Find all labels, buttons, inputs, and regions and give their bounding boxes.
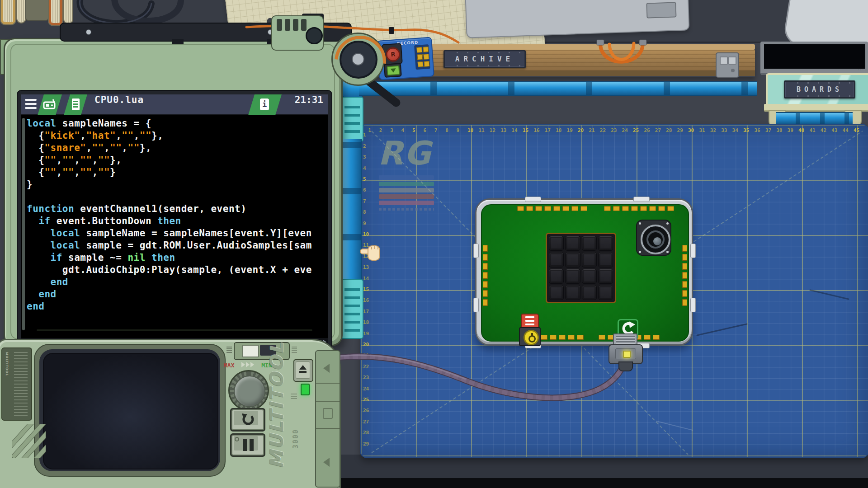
knob-face xyxy=(234,375,265,407)
ruler-number: 29 xyxy=(677,127,683,133)
toggle-handle[interactable] xyxy=(242,345,259,357)
code-line: end xyxy=(27,289,328,301)
document-icon xyxy=(70,98,83,112)
module-button xyxy=(728,56,736,65)
speaker-screw xyxy=(639,222,641,225)
ruler-number: 14 xyxy=(363,276,369,282)
retro-gadgets-workbench: ARCHIVE RECORD R ··· BOARDS xyxy=(0,0,868,488)
pad-button[interactable] xyxy=(598,285,613,300)
pad-button[interactable] xyxy=(565,252,580,267)
ruler-number: 10 xyxy=(363,231,369,237)
ruler-number: 13 xyxy=(500,127,506,133)
ruler-number: 27 xyxy=(363,419,369,425)
pad-button[interactable] xyxy=(549,285,564,300)
rail-arrow-button[interactable] xyxy=(323,458,330,467)
eject-icon xyxy=(299,365,307,370)
ruler-number: 8 xyxy=(445,127,448,133)
play-button[interactable] xyxy=(387,66,400,76)
pad-button[interactable] xyxy=(582,252,597,267)
notepad xyxy=(48,0,63,26)
gadget-console-icon xyxy=(43,99,58,112)
pad-button[interactable] xyxy=(598,269,613,284)
arm-joint[interactable] xyxy=(331,33,385,86)
pad-button[interactable] xyxy=(582,236,597,251)
bracket-slot xyxy=(285,19,290,31)
ruler-number: 16 xyxy=(363,297,369,303)
logo-stripe xyxy=(379,188,434,192)
multitool-screen-bezel xyxy=(39,349,220,471)
board-pcb xyxy=(481,204,689,342)
volume-off-icon xyxy=(292,347,297,353)
triangle-down-icon xyxy=(391,68,396,73)
code-line: gdt.AudioChip0:Play(sample, (event.X + e… xyxy=(27,264,328,277)
hamburger-icon xyxy=(25,99,37,101)
multitool-model: 3000 xyxy=(292,408,300,449)
menu-button[interactable] xyxy=(25,99,37,111)
pad-button[interactable] xyxy=(549,236,564,251)
connector-face xyxy=(615,348,636,359)
rail-arrow-button[interactable] xyxy=(323,364,330,373)
reset-arrow-icon xyxy=(240,413,255,427)
pad-button[interactable] xyxy=(582,269,597,284)
reset-button[interactable] xyxy=(230,408,265,432)
chevron-icon xyxy=(241,362,245,367)
gadget-circuit-board[interactable] xyxy=(475,198,693,346)
ruler-number: 10 xyxy=(467,127,473,133)
logo-stripe xyxy=(379,201,434,205)
grip-ridges xyxy=(12,424,46,458)
pin-header xyxy=(416,47,429,67)
ruler-number: 28 xyxy=(363,430,369,436)
ruler-number: 26 xyxy=(363,408,369,413)
eject-button[interactable] xyxy=(293,359,313,382)
ruler-number: 36 xyxy=(754,127,760,133)
gold-pads-left xyxy=(483,245,488,306)
record-button[interactable]: R xyxy=(385,47,401,62)
connector-led xyxy=(623,351,631,358)
pad-button[interactable] xyxy=(565,269,580,284)
ruler-number: 3 xyxy=(390,127,393,133)
logo-stripe xyxy=(379,182,434,186)
pad-button[interactable] xyxy=(598,236,613,251)
ruler-number: 5 xyxy=(363,176,366,182)
pause-bar xyxy=(250,439,254,451)
code-area[interactable]: local sampleNames = { {"kick","hat","","… xyxy=(21,115,328,338)
ruler-number: 17 xyxy=(545,127,551,133)
rg-logo-fineprint xyxy=(379,208,434,211)
vertical-scrollbar[interactable] xyxy=(22,118,25,330)
notepad xyxy=(0,0,16,25)
rail-divider xyxy=(316,428,340,429)
ruler-number: 22 xyxy=(600,127,606,133)
ruler-number: 9 xyxy=(363,221,366,226)
module-button xyxy=(720,56,728,65)
pad-button[interactable] xyxy=(549,252,564,267)
pad-button[interactable] xyxy=(565,285,580,300)
pad-button[interactable] xyxy=(565,236,580,251)
tab-info[interactable]: i xyxy=(248,94,282,115)
multitool-brand: MULTITOOL xyxy=(266,356,287,469)
max-label: MAX xyxy=(224,362,234,369)
pad-button[interactable] xyxy=(598,252,613,267)
tab-file[interactable] xyxy=(64,94,87,115)
rail-slot-button[interactable] xyxy=(323,408,333,419)
hinge-block xyxy=(172,39,184,44)
speaker-dome xyxy=(653,237,661,245)
volume-knob[interactable] xyxy=(228,370,269,411)
tab-gadget[interactable] xyxy=(38,94,62,115)
ruler-number: 14 xyxy=(512,127,518,133)
ruler-number: 15 xyxy=(363,286,369,292)
frame-seam xyxy=(37,329,312,331)
pad-button[interactable] xyxy=(549,269,564,284)
screw xyxy=(86,29,91,35)
multitool-screen xyxy=(43,353,218,469)
frame-clip xyxy=(473,244,479,258)
code-editor-device: CPU0.lua i 21:31 local sampleNames = { {… xyxy=(4,38,343,346)
pause-button[interactable] xyxy=(230,433,265,457)
side-rail xyxy=(315,350,340,488)
teal-girder xyxy=(341,97,363,142)
speaker[interactable] xyxy=(636,220,671,256)
speaker-screw xyxy=(639,251,641,253)
ruler-number: 24 xyxy=(622,127,628,133)
power-button[interactable] xyxy=(524,330,539,345)
code-line: local sampleName = sampleNames[event.Y][… xyxy=(27,228,328,240)
pad-button[interactable] xyxy=(582,285,597,300)
